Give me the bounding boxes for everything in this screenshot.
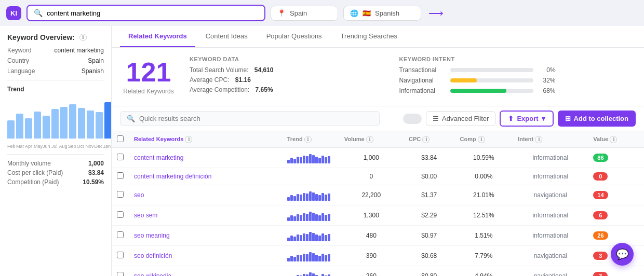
location-box[interactable]: 📍 Spain xyxy=(271,6,338,21)
row-checkbox[interactable] xyxy=(117,272,124,276)
row-checkbox-cell xyxy=(112,226,129,246)
col-header-value[interactable]: Valueℹ xyxy=(588,131,644,148)
chat-bubble[interactable]: 💬 xyxy=(611,243,634,266)
col-info-icon[interactable]: ℹ xyxy=(366,136,373,143)
col-info-icon[interactable]: ℹ xyxy=(422,136,430,143)
mini-bar xyxy=(300,195,302,201)
col-header-comp[interactable]: Compℹ xyxy=(455,131,513,148)
col-header-cb[interactable] xyxy=(112,131,129,148)
row-checkbox[interactable] xyxy=(117,231,124,238)
toggle-switch[interactable] xyxy=(403,114,422,124)
mini-bar xyxy=(325,215,327,221)
mini-bar xyxy=(321,213,324,221)
search-input[interactable] xyxy=(47,9,258,17)
kd-label: Average Competition: xyxy=(190,86,249,93)
tab-popular-questions[interactable]: Popular Questions xyxy=(258,26,330,47)
chart-label: Aug xyxy=(59,144,66,149)
col-header-keyword[interactable]: Related Keywordsℹ xyxy=(129,131,282,148)
mini-bar xyxy=(328,156,330,163)
country-label: Country xyxy=(7,57,29,64)
col-header-intent[interactable]: Intentℹ xyxy=(513,131,588,148)
kd-value: 7.65% xyxy=(256,86,273,93)
col-info-icon[interactable]: ℹ xyxy=(304,136,312,143)
volume-cell: 390 xyxy=(339,246,404,266)
keyword-value: content marketing xyxy=(55,47,104,54)
filter-search-icon: 🔍 xyxy=(127,115,135,122)
tab-related-keywords[interactable]: Related Keywords xyxy=(120,26,195,47)
intent-cell: navigational xyxy=(513,185,588,205)
col-header-trend[interactable]: Trendℹ xyxy=(282,131,339,148)
value-cell: 26 xyxy=(588,226,644,246)
tab-content-ideas[interactable]: Content Ideas xyxy=(197,26,256,47)
add-to-collection-button[interactable]: ⊞ Add to collection xyxy=(558,111,636,127)
search-filter[interactable]: 🔍 xyxy=(120,111,380,126)
intent-cell: informational xyxy=(513,148,588,168)
language-box[interactable]: 🌐 🇪🇸 Spanish xyxy=(343,6,421,21)
intent-cell: navigational xyxy=(513,266,588,277)
chart-bar xyxy=(96,112,103,139)
intent-bar-bg xyxy=(450,89,533,93)
metric-row: Competition (Paid)10.59% xyxy=(7,178,104,186)
lang-icon: 🌐 xyxy=(350,9,358,17)
advanced-filter-button[interactable]: ☰ Advanced Filter xyxy=(426,111,495,126)
keyword-cell[interactable]: seo definición xyxy=(129,246,282,266)
row-checkbox[interactable] xyxy=(117,172,124,179)
keyword-cell[interactable]: seo meaning xyxy=(129,226,282,246)
col-header-volume[interactable]: Volumeℹ xyxy=(339,131,404,148)
tab-trending-searches[interactable]: Trending Searches xyxy=(332,26,406,47)
mini-bar xyxy=(325,157,327,163)
cpc-cell: $1.37 xyxy=(404,185,455,205)
chart-bar xyxy=(43,116,50,139)
sidebar: Keyword Overview: ℹ Keyword content mark… xyxy=(0,26,112,276)
mini-bar xyxy=(321,274,324,276)
row-checkbox[interactable] xyxy=(117,154,124,160)
keyword-cell[interactable]: content marketing xyxy=(129,148,282,168)
export-button[interactable]: ⬆ Export ▾ xyxy=(500,111,553,127)
quick-search-input[interactable] xyxy=(139,115,373,122)
keyword-cell[interactable]: seo wikipedia xyxy=(129,266,282,277)
trend-cell xyxy=(282,148,339,168)
search-button[interactable]: ⟶ xyxy=(426,4,445,22)
mini-bar xyxy=(325,195,327,201)
toolbar: 🔍 ☰ Advanced Filter ⬆ Export ▾ ⊞ Ad xyxy=(112,106,644,131)
row-checkbox[interactable] xyxy=(117,252,124,258)
col-header-cpc[interactable]: CPCℹ xyxy=(404,131,455,148)
col-info-icon[interactable]: ℹ xyxy=(478,136,485,143)
mini-bar xyxy=(309,154,312,163)
intent-bar xyxy=(450,89,507,93)
trend-cell xyxy=(282,168,339,185)
mini-bar xyxy=(293,159,296,163)
volume-cell: 480 xyxy=(339,226,404,246)
mini-bar xyxy=(303,156,305,163)
row-checkbox[interactable] xyxy=(117,191,124,198)
mini-bar xyxy=(303,213,305,221)
mini-bar xyxy=(315,255,318,261)
col-info-icon[interactable]: ℹ xyxy=(185,136,192,143)
sidebar-info-icon[interactable]: ℹ xyxy=(79,34,87,41)
intent-tag: informational xyxy=(532,154,568,161)
mini-bar xyxy=(290,236,293,241)
chart-bar xyxy=(78,108,85,139)
mini-bar xyxy=(293,196,296,201)
intent-cell: navigational xyxy=(513,246,588,266)
col-info-icon[interactable]: ℹ xyxy=(535,136,542,143)
big-number: 121 Related Keywords xyxy=(120,56,177,98)
row-checkbox[interactable] xyxy=(117,211,124,218)
select-all-checkbox[interactable] xyxy=(117,135,124,142)
trend-cell xyxy=(282,205,339,226)
intent-row: Navigational 32% xyxy=(399,77,636,84)
mini-bar xyxy=(287,258,290,261)
value-cell: 6 xyxy=(588,205,644,226)
mini-bar xyxy=(306,254,308,261)
keyword-cell[interactable]: content marketing definición xyxy=(129,168,282,185)
chart-label: Nov xyxy=(86,144,93,149)
keyword-cell[interactable]: seo sem xyxy=(129,205,282,226)
mini-bar xyxy=(306,194,308,201)
mini-bar xyxy=(303,193,305,201)
kd-row: Total Search Volume: 54,610 xyxy=(190,66,387,74)
keyword-cell[interactable]: seo xyxy=(129,185,282,205)
right-panel: Related KeywordsContent IdeasPopular Que… xyxy=(112,26,644,276)
mini-bar xyxy=(312,155,315,164)
value-cell: 0 xyxy=(588,168,644,185)
col-info-icon[interactable]: ℹ xyxy=(610,136,617,143)
